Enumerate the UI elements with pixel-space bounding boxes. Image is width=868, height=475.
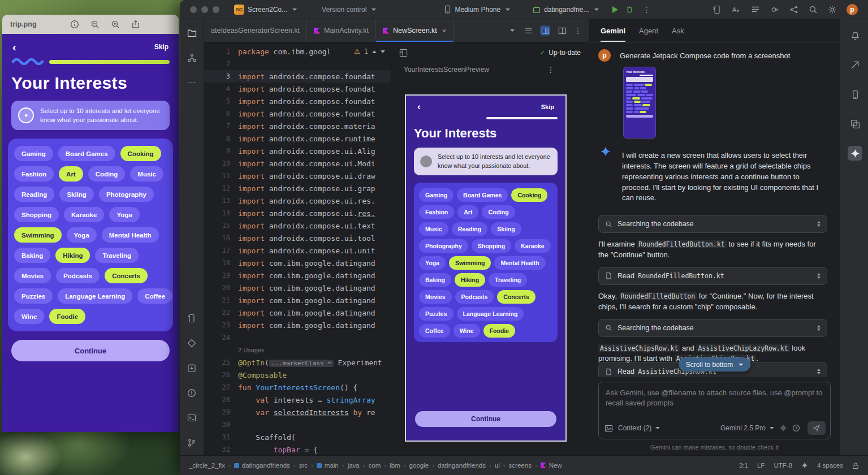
tab-more-icon[interactable]: ⋮ [574,26,582,35]
breadcrumb-item[interactable]: ibm [390,462,400,469]
expand-icon[interactable] [817,325,821,331]
zoom-out-icon[interactable] [90,19,100,29]
editor-tab[interactable]: NewScreen.kt× [376,19,454,42]
code-line[interactable]: 16import androidx.compose.ui.tool [204,232,391,244]
code-line[interactable]: 5import androidx.compose.foundat [204,95,391,107]
ai-status-icon[interactable] [801,462,808,469]
dependencies-icon[interactable] [186,338,197,349]
gemini-tool-icon[interactable] [848,146,862,161]
more-tools-icon[interactable]: ⋯ [186,77,197,88]
code-line[interactable]: 30 [204,418,391,431]
code-line[interactable]: 32 topBar = { [204,443,391,455]
caret-position[interactable]: 3:1 [739,462,748,469]
maximize-window-icon[interactable] [213,6,219,13]
indent-size[interactable]: 4 spaces [817,462,843,469]
layout-inspector-icon[interactable] [848,116,862,131]
share-icon[interactable] [131,19,141,29]
build-tools-icon[interactable] [770,5,780,15]
close-window-icon[interactable] [190,6,197,13]
more-actions-icon[interactable]: ⋮ [643,5,651,14]
terminal-icon[interactable] [186,412,197,424]
search-icon[interactable] [808,5,818,15]
window-controls[interactable] [190,6,219,13]
code-line[interactable]: 17import androidx.compose.ui.unit [204,244,391,257]
code-line[interactable]: 6import androidx.compose.foundat [204,107,391,120]
breadcrumb-item[interactable]: ui [495,462,500,469]
attach-image-icon[interactable] [604,424,613,433]
tab-dropdown-icon[interactable] [506,25,516,36]
device-selector[interactable]: Medium Phone [444,5,510,14]
code-line[interactable]: 23import com.ibm.google.datingand [204,319,391,331]
git-branch-icon[interactable] [186,437,197,448]
context-selector[interactable]: Context (2) [618,424,660,432]
run-config-selector[interactable]: datingandfrie... [533,6,598,14]
gemini-input-box[interactable]: Context (2) Gemini 2.5 Pro [598,382,831,439]
code-line[interactable]: 9import androidx.compose.ui.Alig [204,145,391,157]
breadcrumb-item[interactable]: main [317,462,339,469]
breadcrumb-item[interactable]: New [541,462,562,469]
device-explorer-icon[interactable] [848,58,862,72]
code-line[interactable]: 15import androidx.compose.ui.text [204,219,391,232]
breadcrumb-item[interactable]: java [348,462,360,469]
problems-icon[interactable] [186,387,197,399]
code-line[interactable]: 25@OptIn(...markerClass = Experiment [204,356,391,369]
code-line[interactable]: 11import androidx.compose.ui.draw [204,170,391,182]
notifications-icon[interactable] [848,28,862,43]
vcs-widget[interactable]: Version control [322,6,376,14]
code-line[interactable]: 3import androidx.compose.foundat [204,70,391,83]
code-line[interactable]: 13import androidx.compose.ui.res. [204,195,391,207]
code-line[interactable]: 19import com.ibm.google.datingand [204,269,391,282]
line-ending[interactable]: LF [757,462,765,469]
gemini-settings-icon[interactable] [779,424,787,432]
project-selector[interactable]: SC Screen2Co... [234,5,297,15]
minimize-window-icon[interactable] [201,6,208,13]
file-encoding[interactable]: UTF-8 [774,462,792,469]
inspection-widget[interactable]: ⚠ 1 [352,45,387,58]
code-line[interactable]: 27fun YourInterestsScreen() { [204,381,391,394]
expand-icon[interactable] [817,273,821,279]
gemini-input[interactable] [604,387,824,417]
settings-icon[interactable] [827,5,837,15]
code-line[interactable]: 20import com.ibm.google.datingand [204,282,391,294]
prev-problem-icon[interactable] [372,50,377,53]
project-tool-icon[interactable] [186,27,197,38]
run-button[interactable] [612,6,618,13]
expand-icon[interactable] [817,369,821,374]
code-line[interactable]: 26@Composable [204,369,391,381]
code-line[interactable]: 24 [204,331,391,344]
code-line[interactable]: 12import androidx.compose.ui.grap [204,182,391,195]
code-editor[interactable]: 1package com.ibm.googl23import androidx.… [204,42,391,455]
preview-name[interactable]: YourInterestsScreenPreview [404,66,489,74]
history-icon[interactable] [792,424,800,432]
running-devices-icon[interactable] [848,87,862,102]
breadcrumb-item[interactable]: src [299,462,308,469]
gemini-tab-gemini[interactable]: Gemini [601,19,625,42]
ui-inspector-icon[interactable]: A [731,5,741,15]
breadcrumb-item[interactable]: datingandfriends [438,462,486,469]
close-icon[interactable]: × [442,27,447,35]
split-editor-icon[interactable] [540,25,550,36]
code-line[interactable]: 4import androidx.compose.foundat [204,83,391,95]
code-line[interactable]: 7import androidx.compose.materia [204,120,391,132]
task-list-icon[interactable] [750,5,761,15]
expand-icon[interactable] [817,221,821,227]
tool-call-card[interactable]: Searching the codebase [598,319,827,337]
resource-manager-icon[interactable] [789,5,799,15]
info-icon[interactable] [70,19,80,29]
device-frame-icon[interactable] [712,5,722,15]
preview-menu-icon[interactable]: ⋮ [547,65,555,74]
debug-button[interactable] [625,5,635,15]
model-selector[interactable]: Gemini 2.5 Pro [720,424,774,432]
code-line[interactable]: 14import androidx.compose.ui.res. [204,207,391,219]
tool-call-card[interactable]: Searching the codebase [598,215,827,233]
code-line[interactable]: 22import com.ibm.google.datingand [204,306,391,319]
usages-hint[interactable]: 2 Usages [204,344,391,356]
editor-tab[interactable]: ateIdeasGeneratorScreen.kt [204,19,307,42]
code-line[interactable]: 28 val interests = stringArray [204,394,391,406]
tab-list-icon[interactable] [523,25,533,36]
user-avatar[interactable]: p [847,4,858,15]
attachment-thumbnail[interactable]: Your Interests [623,67,656,139]
gemini-tab-ask[interactable]: Ask [672,19,684,42]
preview-layout-icon[interactable] [399,49,408,57]
device-manager-icon[interactable] [186,313,197,324]
